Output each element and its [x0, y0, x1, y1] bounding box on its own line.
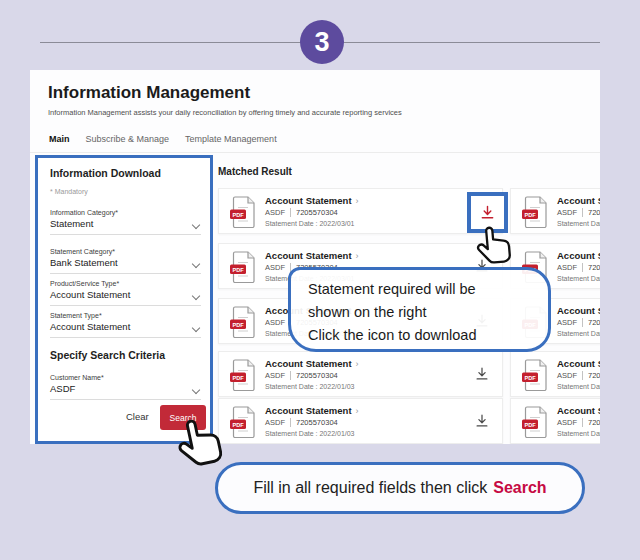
pdf-file-icon: PDF — [521, 406, 549, 438]
result-customer: ASDF — [557, 208, 577, 217]
field-underline — [50, 399, 201, 400]
download-icon[interactable] — [479, 204, 496, 221]
tab-main[interactable]: Main — [49, 134, 70, 144]
information-category-select[interactable]: Statement — [50, 218, 93, 229]
pdf-file-icon: PDF — [229, 359, 257, 391]
search-tip-callout: Fill in all required fields then click S… — [215, 462, 585, 514]
result-card: PDF Account Statement› ASDF7205570304 St… — [218, 188, 503, 234]
tip-text: Fill in all required fields then click — [253, 479, 487, 497]
statement-type-select[interactable]: Account Statement — [50, 321, 130, 332]
result-customer: ASDF — [265, 208, 285, 217]
tip-search-highlight: Search — [493, 479, 546, 497]
download-icon-button[interactable] — [474, 413, 490, 429]
result-meta: ASDF7205570304 — [265, 208, 338, 217]
field-label: Statement Type* — [50, 312, 102, 319]
result-statement-date: Statement Date : 2022/01/03 — [557, 383, 600, 390]
download-tip-callout: Statement required will be shown on the … — [288, 267, 551, 352]
svg-text:PDF: PDF — [524, 212, 536, 218]
result-account-number: 7205570304 — [582, 418, 600, 427]
chevron-right-icon: › — [356, 196, 359, 206]
result-title-link[interactable]: Account Statement› — [265, 358, 359, 369]
result-account-number: 7205570304 — [582, 208, 600, 217]
chevron-right-icon: › — [356, 251, 359, 261]
field-information-category: Information Category* Statement — [50, 209, 201, 235]
chevron-down-icon — [192, 292, 200, 300]
tab-subscribe-manage[interactable]: Subscribe & Manage — [86, 134, 170, 144]
tip-line: Click the icon to download — [308, 324, 548, 347]
page-subtitle: Information Management assists your dail… — [48, 108, 402, 117]
mandatory-note: * Mandatory — [50, 188, 88, 195]
field-label: Statement Category* — [50, 248, 115, 255]
result-card: PDF Account Statement› ASDF7205570304 St… — [510, 188, 600, 234]
result-card: PDF Account Statement› ASDF7205570304 St… — [218, 351, 503, 397]
result-card: PDF Account Statement› ASDF7205570304 St… — [510, 398, 600, 444]
result-customer: ASDF — [557, 418, 577, 427]
result-account-number: 7205570304 — [582, 371, 600, 380]
chevron-down-icon — [192, 260, 200, 268]
tip-line: shown on the right — [308, 301, 548, 324]
chevron-right-icon: › — [356, 359, 359, 369]
result-title-link[interactable]: Account Statement› — [557, 405, 600, 416]
result-customer: ASDF — [265, 263, 285, 272]
sidebar-title: Information Download — [50, 167, 161, 179]
tutorial-page: 3 Information Management Information Man… — [0, 0, 640, 560]
tab-template-management[interactable]: Template Management — [185, 134, 277, 144]
result-title-link[interactable]: Account Statement› — [557, 305, 600, 316]
chevron-down-icon — [192, 221, 200, 229]
page-title: Information Management — [48, 83, 250, 103]
result-title-link[interactable]: Account Statement› — [265, 195, 359, 206]
result-account-number: 7205570304 — [290, 371, 338, 380]
result-statement-date: Statement Date : 2022/01/03 — [557, 430, 600, 437]
customer-name-select[interactable]: ASDF — [50, 383, 75, 394]
result-title-link[interactable]: Account Statement› — [265, 250, 359, 261]
download-icon-button[interactable] — [474, 366, 490, 382]
result-card: PDF Account Statement› ASDF7205570304 St… — [218, 398, 503, 444]
field-underline — [50, 305, 201, 306]
result-statement-date: Statement Date : 2022/03/01 — [557, 330, 600, 337]
product-service-type-select[interactable]: Account Statement — [50, 289, 130, 300]
field-statement-category: Statement Category* Bank Statement — [50, 248, 201, 274]
svg-text:PDF: PDF — [232, 322, 244, 328]
result-title-link[interactable]: Account Statement› — [265, 405, 359, 416]
information-download-panel: Information Download * Mandatory Informa… — [35, 155, 213, 444]
step-number-badge: 3 — [300, 20, 344, 64]
result-account-number: 7205570304 — [290, 208, 338, 217]
result-card: PDF Account Statement› ASDF7205570304 St… — [510, 351, 600, 397]
criteria-title: Specify Search Criteria — [50, 349, 165, 361]
svg-text:PDF: PDF — [232, 212, 244, 218]
statement-category-select[interactable]: Bank Statement — [50, 257, 118, 268]
result-meta: ASDF7205570304 — [557, 418, 600, 427]
result-statement-date: Statement Date : 2022/03/01 — [265, 220, 355, 227]
pdf-file-icon: PDF — [229, 251, 257, 283]
pdf-file-icon: PDF — [521, 196, 549, 228]
field-customer-name: Customer Name* ASDF — [50, 374, 201, 400]
result-statement-date: Statement Date : 2022/03/01 — [557, 275, 600, 282]
result-meta: ASDF7205570304 — [557, 208, 600, 217]
svg-text:PDF: PDF — [232, 375, 244, 381]
result-customer: ASDF — [557, 263, 577, 272]
pdf-file-icon: PDF — [229, 196, 257, 228]
result-customer: ASDF — [557, 371, 577, 380]
field-statement-type: Statement Type* Account Statement — [50, 312, 201, 338]
result-title-link[interactable]: Account Statement› — [557, 195, 600, 206]
matched-result-title: Matched Result — [218, 166, 292, 177]
pdf-file-icon: PDF — [229, 406, 257, 438]
result-title-link[interactable]: Account Statement› — [557, 358, 600, 369]
result-customer: ASDF — [265, 418, 285, 427]
result-title-link[interactable]: Account Statement› — [557, 250, 600, 261]
svg-text:PDF: PDF — [232, 422, 244, 428]
field-underline — [50, 273, 201, 274]
field-underline — [50, 337, 201, 338]
result-meta: ASDF7205570304 — [265, 371, 338, 380]
result-statement-date: Statement Date : 2022/01/03 — [265, 383, 355, 390]
chevron-down-icon — [192, 324, 200, 332]
svg-text:PDF: PDF — [524, 375, 536, 381]
field-label: Information Category* — [50, 209, 118, 216]
field-label: Customer Name* — [50, 374, 104, 381]
result-customer: ASDF — [557, 318, 577, 327]
pdf-file-icon: PDF — [229, 306, 257, 338]
result-customer: ASDF — [265, 318, 285, 327]
clear-button[interactable]: Clear — [126, 411, 149, 422]
hand-cursor-icon — [471, 220, 521, 272]
result-meta: ASDF7205570304 — [557, 318, 600, 327]
